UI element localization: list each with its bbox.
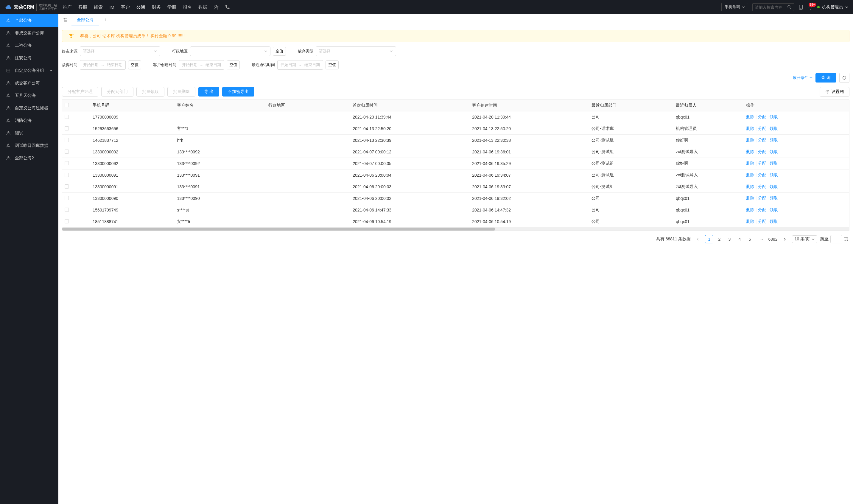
row-delete-link[interactable]: 删除 — [746, 126, 755, 131]
row-assign-link[interactable]: 分配 — [758, 219, 766, 224]
row-claim-link[interactable]: 领取 — [769, 173, 778, 178]
expand-filters-link[interactable]: 展开条件 — [793, 75, 813, 80]
tab-all-public[interactable]: 全部公海 — [72, 14, 99, 26]
page-prev-button[interactable] — [694, 235, 702, 244]
row-delete-link[interactable]: 删除 — [746, 219, 755, 224]
null-button[interactable]: 空值 — [128, 60, 141, 69]
filter-select[interactable] — [190, 47, 270, 56]
batch-claim-button[interactable]: 批量领取 — [137, 87, 164, 96]
column-settings-button[interactable]: 设置列 — [820, 87, 849, 96]
row-claim-link[interactable]: 领取 — [769, 219, 778, 224]
batch-delete-button[interactable]: 批量删除 — [167, 87, 195, 96]
page-ellipsis[interactable]: ··· — [757, 235, 765, 244]
sidebar-item-5[interactable]: 成交客户公海 — [0, 77, 58, 89]
sidebar-item-4[interactable]: 自定义公海分组 — [0, 64, 58, 77]
nav-item-5[interactable]: 公海 — [137, 4, 145, 10]
page-last[interactable]: 6882 — [768, 235, 777, 244]
sidebar-item-11[interactable]: 全部公海2 — [0, 152, 58, 164]
null-button[interactable]: 空值 — [226, 60, 240, 69]
scrollbar-thumb[interactable] — [62, 228, 495, 231]
page-size-select[interactable]: 10 条/页 — [792, 235, 817, 243]
row-assign-link[interactable]: 分配 — [758, 149, 766, 155]
row-claim-link[interactable]: 领取 — [769, 114, 778, 120]
nav-item-2[interactable]: 线索 — [94, 4, 103, 10]
row-claim-link[interactable]: 领取 — [769, 138, 778, 143]
row-assign-link[interactable]: 分配 — [758, 161, 766, 166]
search-input[interactable] — [755, 5, 787, 10]
sidebar-item-8[interactable]: 消防公海 — [0, 114, 58, 127]
row-assign-link[interactable]: 分配 — [758, 207, 766, 213]
page-number-2[interactable]: 2 — [715, 235, 723, 244]
null-button[interactable]: 空值 — [273, 47, 286, 56]
select-all-checkbox[interactable] — [65, 103, 69, 107]
horizontal-scrollbar[interactable] — [62, 228, 849, 231]
row-checkbox[interactable] — [65, 161, 69, 165]
filter-select[interactable]: 请选择 — [80, 47, 160, 56]
row-assign-link[interactable]: 分配 — [758, 126, 766, 131]
row-delete-link[interactable]: 删除 — [746, 184, 755, 190]
sidebar-item-9[interactable]: 测试 — [0, 127, 58, 139]
assign-dept-button[interactable]: 分配到部门 — [101, 87, 133, 96]
nav-item-4[interactable]: 客户 — [121, 4, 130, 10]
sidebar-item-6[interactable]: 五月天公海 — [0, 89, 58, 102]
page-number-5[interactable]: 5 — [745, 235, 754, 244]
query-button[interactable]: 查 询 — [815, 73, 836, 83]
row-assign-link[interactable]: 分配 — [758, 196, 766, 201]
row-delete-link[interactable]: 删除 — [746, 173, 755, 178]
search-icon[interactable] — [787, 5, 791, 10]
tablet-icon[interactable] — [798, 4, 803, 10]
row-delete-link[interactable]: 删除 — [746, 207, 755, 213]
row-checkbox[interactable] — [65, 184, 69, 188]
page-number-1[interactable]: 1 — [705, 235, 713, 244]
nav-item-0[interactable]: 推广 — [63, 4, 72, 10]
row-assign-link[interactable]: 分配 — [758, 138, 766, 143]
refresh-button[interactable] — [839, 73, 849, 83]
sidebar-item-3[interactable]: 注安公海 — [0, 52, 58, 64]
nav-item-8[interactable]: 报名 — [183, 4, 192, 10]
row-claim-link[interactable]: 领取 — [769, 149, 778, 155]
row-checkbox[interactable] — [65, 149, 69, 154]
row-claim-link[interactable]: 领取 — [769, 207, 778, 213]
nav-item-3[interactable]: IM — [109, 4, 114, 10]
phone-icon[interactable] — [224, 4, 230, 10]
row-delete-link[interactable]: 删除 — [746, 138, 755, 143]
date-range-input[interactable]: 开始日期~结束日期 — [80, 60, 126, 70]
bell-icon[interactable]: 99+ — [808, 4, 813, 10]
row-delete-link[interactable]: 删除 — [746, 196, 755, 201]
export-button[interactable]: 导 出 — [198, 87, 219, 96]
row-delete-link[interactable]: 删除 — [746, 149, 755, 155]
nav-item-6[interactable]: 财务 — [152, 4, 161, 10]
row-assign-link[interactable]: 分配 — [758, 184, 766, 190]
null-button[interactable]: 空值 — [326, 60, 339, 69]
row-claim-link[interactable]: 领取 — [769, 161, 778, 166]
add-user-icon[interactable] — [213, 4, 219, 10]
row-delete-link[interactable]: 删除 — [746, 114, 755, 120]
row-checkbox[interactable] — [65, 138, 69, 142]
nav-item-7[interactable]: 学服 — [167, 4, 176, 10]
date-range-input[interactable]: 开始日期~结束日期 — [277, 60, 323, 70]
row-checkbox[interactable] — [65, 115, 69, 119]
assign-manager-button[interactable]: 分配客户经理 — [62, 87, 98, 96]
nav-item-9[interactable]: 数据 — [198, 4, 207, 10]
page-jump-input[interactable] — [830, 235, 842, 244]
row-delete-link[interactable]: 删除 — [746, 161, 755, 166]
row-claim-link[interactable]: 领取 — [769, 196, 778, 201]
sidebar-item-7[interactable]: 自定义公海过滤器 — [0, 102, 58, 114]
row-checkbox[interactable] — [65, 173, 69, 177]
sidebar-item-2[interactable]: 二咨公海 — [0, 39, 58, 52]
row-claim-link[interactable]: 领取 — [769, 184, 778, 190]
page-number-3[interactable]: 3 — [725, 235, 733, 244]
sidebar-item-1[interactable]: 非成交客户公海 — [0, 27, 58, 39]
search-type-select[interactable]: 手机号码 — [721, 3, 748, 11]
row-checkbox[interactable] — [65, 208, 69, 212]
row-claim-link[interactable]: 领取 — [769, 126, 778, 131]
date-range-input[interactable]: 开始日期~结束日期 — [179, 60, 224, 70]
tabs-toggle-icon[interactable] — [62, 17, 69, 24]
page-number-4[interactable]: 4 — [736, 235, 744, 244]
row-assign-link[interactable]: 分配 — [758, 173, 766, 178]
logo[interactable]: 云朵CRM 教育机构一站 式服务云平台 — [5, 4, 57, 11]
export-unencrypted-button[interactable]: 不加密导出 — [222, 87, 254, 96]
row-checkbox[interactable] — [65, 126, 69, 130]
sidebar-item-0[interactable]: 全部公海 — [0, 14, 58, 27]
row-checkbox[interactable] — [65, 196, 69, 200]
